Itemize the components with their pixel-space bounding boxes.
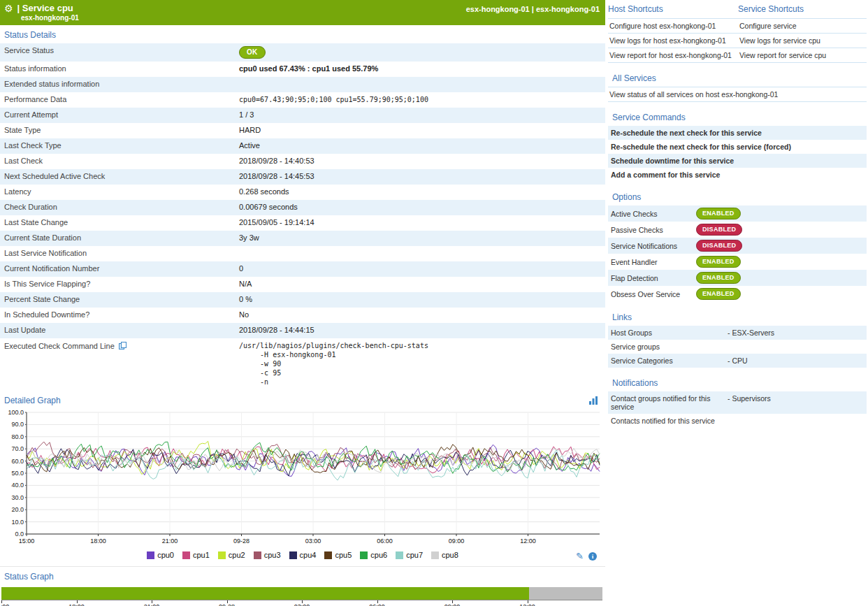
legend-label: cpu8 <box>442 551 458 559</box>
status-row-label: Current Notification Number <box>0 261 235 275</box>
status-row: Last Check2018/09/28 - 14:40:53 <box>0 154 605 169</box>
host-shortcut-link[interactable]: View logs for host esx-hongkong-01 <box>608 34 738 48</box>
legend-label: cpu6 <box>370 551 387 559</box>
svg-text:21:00: 21:00 <box>162 538 178 544</box>
option-state-badge[interactable]: ENABLED <box>696 288 741 300</box>
option-row: Active ChecksENABLED <box>608 205 867 222</box>
service-command-link[interactable]: Schedule downtime for this service <box>608 154 867 168</box>
kv-row: Host Groups- ESX-Servers <box>608 326 867 340</box>
notification-value <box>728 417 864 425</box>
legend-item: cpu3 <box>254 551 281 559</box>
status-row-label: Percent State Change <box>0 292 235 306</box>
status-row-value: HARD <box>235 123 605 137</box>
service-shortcuts-heading: Service Shortcuts <box>738 1 867 18</box>
legend-label: cpu2 <box>229 551 245 559</box>
link-value[interactable]: - CPU <box>728 356 864 365</box>
shortcuts-header: Host Shortcuts Service Shortcuts <box>608 1 867 18</box>
option-state-badge[interactable]: DISABLED <box>696 240 742 252</box>
host-shortcut-link[interactable]: View report for host esx-hongkong-01 <box>608 48 738 62</box>
legend-swatch <box>396 551 403 559</box>
timeline-tick-label: 09:00 <box>444 603 461 606</box>
copy-command-icon[interactable] <box>118 341 127 350</box>
host-shortcut-link[interactable]: Configure host esx-hongkong-01 <box>608 19 738 33</box>
service-command-link[interactable]: Re-schedule the next check for this serv… <box>608 126 867 140</box>
edit-graph-icon[interactable]: ✎ <box>576 551 584 561</box>
legend-swatch <box>182 551 190 559</box>
status-row-value: /usr/lib/nagios/plugins/check-bench-cpu-… <box>235 338 605 389</box>
link-label: Service Categories <box>611 356 728 365</box>
status-row-value: 0.00679 seconds <box>235 200 605 214</box>
service-command-link[interactable]: Re-schedule the next check for this serv… <box>608 140 867 154</box>
host-subtitle: esx-hongkong-01 <box>21 14 601 22</box>
legend-label: cpu5 <box>335 551 352 559</box>
kv-row: Service groups <box>608 340 867 354</box>
service-command-link[interactable]: Add a comment for this service <box>608 168 867 182</box>
svg-text:100.0: 100.0 <box>8 409 24 416</box>
status-timeline-bar <box>1 587 602 600</box>
svg-text:15:00: 15:00 <box>19 538 35 544</box>
all-services-link[interactable]: View status of all services on host esx-… <box>608 87 867 102</box>
service-shortcut-link[interactable]: View logs for service cpu <box>738 34 867 48</box>
status-row: Current Notification Number0 <box>0 261 605 277</box>
option-state-badge[interactable]: ENABLED <box>696 208 741 219</box>
status-row-value: 2018/09/28 - 14:44:15 <box>235 323 605 337</box>
svg-text:40.0: 40.0 <box>11 482 24 489</box>
header-host-service[interactable]: esx-hongkong-01 | esx-hongkong-01 <box>466 5 600 13</box>
cpu-line-chart: 0.010.020.030.040.050.060.070.080.090.01… <box>1 408 602 545</box>
option-label: Passive Checks <box>611 226 696 234</box>
legend-label: cpu1 <box>193 551 210 559</box>
options-heading: Options <box>608 187 867 205</box>
legend-label: cpu3 <box>264 551 281 559</box>
legend-label: cpu7 <box>406 551 423 559</box>
status-row-value: Active <box>235 138 605 152</box>
status-row-value: No <box>235 308 605 322</box>
svg-text:90.0: 90.0 <box>11 421 24 428</box>
status-row-label: Status information <box>0 62 235 75</box>
option-state-badge[interactable]: DISABLED <box>696 224 742 236</box>
legend-label: cpu0 <box>157 551 174 559</box>
status-row-label: Is This Service Flapping? <box>0 277 235 291</box>
gear-icon[interactable]: ⚙ <box>4 3 13 13</box>
links-heading: Links <box>608 308 867 326</box>
status-row-label: Current State Duration <box>0 231 235 245</box>
kv-row: Contact groups notified for this service… <box>608 391 867 414</box>
status-row-label: Latency <box>0 185 235 199</box>
option-state-badge[interactable]: ENABLED <box>696 272 741 284</box>
service-status-badge: OK <box>239 46 266 59</box>
timeline-segment <box>529 587 602 600</box>
graph-legend: cpu0cpu1cpu2cpu3cpu4cpu5cpu6cpu7cpu8 ✎ i <box>0 548 605 565</box>
status-row-label: Extended status information <box>0 77 235 91</box>
link-value[interactable]: - ESX-Servers <box>728 329 864 337</box>
svg-text:06:00: 06:00 <box>377 538 393 544</box>
status-row-value: 2015/09/05 - 19:14:14 <box>235 215 605 229</box>
svg-text:50.0: 50.0 <box>11 470 24 477</box>
status-row-value: 0 % <box>235 292 605 306</box>
service-title: | Service cpu <box>17 3 73 13</box>
legend-items: cpu0cpu1cpu2cpu3cpu4cpu5cpu6cpu7cpu8 <box>147 551 458 559</box>
status-details-table: Service StatusOKStatus informationcpu0 u… <box>0 43 605 389</box>
status-row-label: State Type <box>0 123 235 137</box>
status-row: Last Update2018/09/28 - 14:44:15 <box>0 323 605 338</box>
detailed-graph-header: Detailed Graph <box>0 389 605 408</box>
legend-swatch <box>324 551 332 559</box>
link-label: Service groups <box>611 342 728 351</box>
status-row-value <box>235 77 605 82</box>
service-shortcut-link[interactable]: View report for service cpu <box>738 48 867 62</box>
option-state-badge[interactable]: ENABLED <box>696 256 741 268</box>
service-shortcut-link[interactable]: Configure service <box>738 19 867 33</box>
timeline-tick-label: 18:00 <box>68 603 85 606</box>
chart-icon[interactable] <box>588 396 598 405</box>
option-row: Passive ChecksDISABLED <box>608 222 867 238</box>
info-icon[interactable]: i <box>588 552 597 561</box>
legend-item: cpu8 <box>431 551 458 559</box>
status-row: Status informationcpu0 used 67.43% : cpu… <box>0 62 605 77</box>
timeline-tick-label: 09-28 <box>219 603 235 606</box>
legend-swatch <box>431 551 439 559</box>
service-commands-list: Re-schedule the next check for this serv… <box>608 126 867 182</box>
notification-value[interactable]: - Supervisors <box>728 394 864 411</box>
status-row-value: OK <box>235 43 605 62</box>
status-row-label: Last Service Notification <box>0 246 235 260</box>
links-list: Host Groups- ESX-ServersService groupsSe… <box>608 326 867 368</box>
status-timeline-axis: 15:0018:0021:0009-2803:0006:0009:0012:00 <box>1 600 602 606</box>
svg-text:03:00: 03:00 <box>305 538 321 544</box>
